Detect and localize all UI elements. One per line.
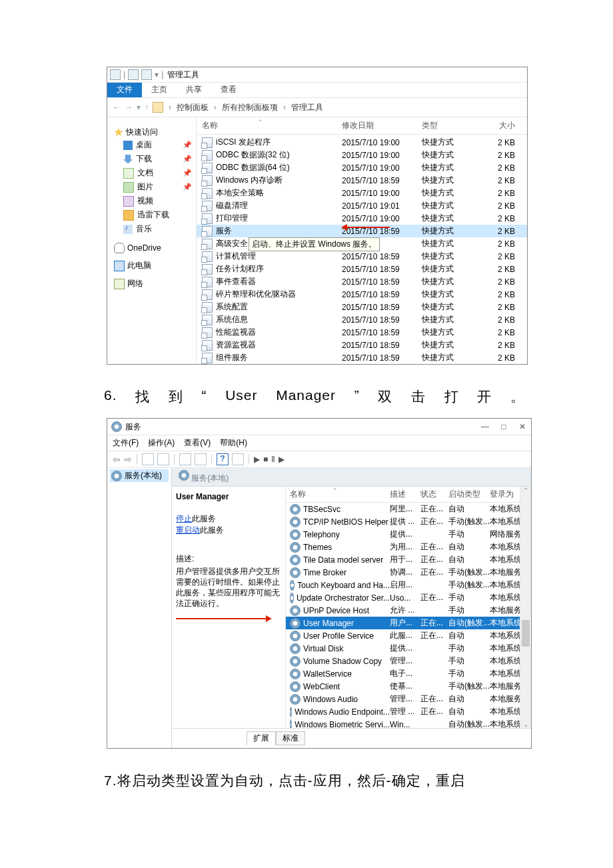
scroll-thumb[interactable] <box>522 620 530 647</box>
file-row[interactable]: 本地安全策略2015/7/10 19:00快捷方式2 KB <box>197 187 527 199</box>
ribbon-tab-view[interactable]: 查看 <box>211 83 246 97</box>
sidebar-item[interactable]: 桌面📌 <box>111 138 192 152</box>
file-row[interactable]: Windows 内存诊断2015/7/10 18:59快捷方式2 KB <box>197 174 527 187</box>
file-row[interactable]: 系统配置2015/7/10 18:59快捷方式2 KB <box>197 301 527 313</box>
help-icon[interactable]: ? <box>217 453 229 465</box>
service-row[interactable]: Update Orchestrator Ser...Uso...正在...手动本… <box>286 591 531 604</box>
service-row[interactable]: Touch Keyboard and Ha...启用...手动(触发...本地系… <box>286 579 531 591</box>
stop-icon[interactable]: ■ <box>263 455 268 464</box>
file-row[interactable]: 计算机管理2015/7/10 18:59快捷方式2 KB <box>197 250 527 263</box>
stop-service-link[interactable]: 停止 <box>176 514 192 523</box>
service-row[interactable]: Tile Data model server用于...正在...自动本地系统 <box>286 553 531 566</box>
toolbar-icon[interactable] <box>232 453 244 465</box>
sidebar-network[interactable]: 网络 <box>114 278 192 289</box>
nav-up-icon[interactable]: ↑ <box>145 103 149 112</box>
service-row[interactable]: Themes为用...正在...自动本地系统 <box>286 541 531 553</box>
nav-forward-icon[interactable]: → <box>125 103 133 112</box>
service-row[interactable]: WebClient使基...手动(触发...本地服务 <box>286 680 531 693</box>
file-row[interactable]: 系统信息2015/7/10 18:59快捷方式2 KB <box>197 313 527 326</box>
restart-service-link[interactable]: 重启动 <box>176 525 200 535</box>
service-row[interactable]: User Profile Service此服...正在...自动本地系统 <box>286 629 531 642</box>
menu-item[interactable]: 操作(A) <box>148 437 175 449</box>
col-name[interactable]: 名称⌃ <box>197 120 342 131</box>
sidebar-item[interactable]: 文档📌 <box>111 166 192 180</box>
scroll-down-icon[interactable]: ⌄ <box>523 721 528 728</box>
toolbar-icon[interactable] <box>179 453 191 465</box>
service-row[interactable]: TBSecSvc阿里...正在...自动本地系统 <box>286 503 531 515</box>
breadcrumb-item[interactable]: 控制面板 <box>177 102 209 113</box>
qat-icon[interactable] <box>128 69 139 80</box>
sidebar-quick-access[interactable]: 快速访问 <box>114 127 192 138</box>
menu-item[interactable]: 文件(F) <box>113 437 139 449</box>
service-row[interactable]: User Manager用户...正在...自动(触发...本地系统 <box>286 617 531 629</box>
toolbar-icon[interactable] <box>157 453 169 465</box>
scrollbar[interactable]: ⌃ ⌄ <box>520 487 531 728</box>
toolbar-icon[interactable] <box>142 453 154 465</box>
toolbar-icon[interactable] <box>195 453 207 465</box>
sidebar-item[interactable]: 音乐 <box>111 222 192 236</box>
service-row[interactable]: Windows Audio管理...正在...自动本地服务 <box>286 693 531 705</box>
sidebar-onedrive[interactable]: OneDrive <box>114 243 192 253</box>
service-row[interactable]: UPnP Device Host允许 ...手动本地服务 <box>286 604 531 617</box>
close-button[interactable]: ✕ <box>518 422 527 431</box>
col-type[interactable]: 类型 <box>422 120 475 131</box>
ribbon-tab-file[interactable]: 文件 <box>107 83 142 97</box>
sidebar-this-pc[interactable]: 此电脑 <box>114 260 192 271</box>
nav-recent-icon[interactable]: ▾ <box>137 103 141 112</box>
menu-item[interactable]: 查看(V) <box>184 437 211 449</box>
pause-icon[interactable]: Ⅱ <box>271 455 275 464</box>
qat-icon[interactable] <box>141 69 152 80</box>
ribbon-tab-share[interactable]: 共享 <box>177 83 211 97</box>
file-row[interactable]: ODBC 数据源(32 位)2015/7/10 19:00快捷方式2 KB <box>197 149 527 161</box>
breadcrumb-item[interactable]: 所有控制面板项 <box>222 102 278 113</box>
service-row[interactable]: Volume Shadow Copy管理...手动本地系统 <box>286 655 531 667</box>
service-row[interactable]: Windows Audio Endpoint...管理 ...正在...自动本地… <box>286 705 531 718</box>
file-row[interactable]: 碎片整理和优化驱动器2015/7/10 18:59快捷方式2 KB <box>197 288 527 301</box>
col-status[interactable]: 状态 <box>420 489 448 500</box>
service-row[interactable]: WalletService电子...手动本地系统 <box>286 667 531 680</box>
file-row[interactable]: 高级安全 Win启动、终止并设置 Windows 服务。/10 19:00快捷方… <box>197 237 527 250</box>
file-row[interactable]: 事件查看器2015/7/10 18:59快捷方式2 KB <box>197 275 527 288</box>
restart-icon[interactable]: ▶ <box>279 455 285 464</box>
file-row[interactable]: iSCSI 发起程序2015/7/10 19:00快捷方式2 KB <box>197 136 527 149</box>
file-row[interactable]: 资源监视器2015/7/10 18:59快捷方式2 KB <box>197 339 527 351</box>
file-row[interactable]: 服务2015/7/10 18:59快捷方式2 KB <box>197 225 527 237</box>
nav-back-icon[interactable]: ← <box>113 103 121 112</box>
tab-standard[interactable]: 标准 <box>276 731 305 745</box>
service-row[interactable]: Virtual Disk提供...手动本地系统 <box>286 642 531 655</box>
file-size: 2 KB <box>475 239 527 249</box>
file-row[interactable]: 组件服务2015/7/10 18:59快捷方式2 KB <box>197 351 527 364</box>
file-type: 快捷方式 <box>422 289 475 300</box>
sidebar-item[interactable]: 图片📌 <box>111 180 192 194</box>
service-row[interactable]: TCP/IP NetBIOS Helper提供 ...正在...手动(触发...… <box>286 515 531 528</box>
file-row[interactable]: 磁盘清理2015/7/10 19:01快捷方式2 KB <box>197 199 527 212</box>
maximize-button[interactable]: □ <box>499 422 508 431</box>
col-size[interactable]: 大小 <box>475 120 527 131</box>
ribbon-tab-home[interactable]: 主页 <box>142 83 177 97</box>
nav-forward-icon[interactable]: ⇨ <box>124 454 132 465</box>
file-row[interactable]: 任务计划程序2015/7/10 18:59快捷方式2 KB <box>197 263 527 275</box>
menu-item[interactable]: 帮助(H) <box>220 437 247 449</box>
scroll-up-icon[interactable]: ⌃ <box>523 487 528 494</box>
file-row[interactable]: ODBC 数据源(64 位)2015/7/10 19:00快捷方式2 KB <box>197 161 527 174</box>
col-name[interactable]: 名称⌃ <box>286 489 390 500</box>
qat-icon[interactable] <box>110 69 121 80</box>
play-icon[interactable]: ▶ <box>254 455 260 464</box>
service-row[interactable]: Telephony提供...手动网络服务 <box>286 528 531 541</box>
service-row[interactable]: Time Broker协调...正在...手动(触发...本地服务 <box>286 566 531 579</box>
minimize-button[interactable]: — <box>480 422 490 431</box>
nav-back-icon[interactable]: ⇦ <box>113 454 121 465</box>
sidebar-item[interactable]: 迅雷下载 <box>111 208 192 222</box>
service-row[interactable]: Windows Biometric Servi...Win...自动(触发...… <box>286 718 531 728</box>
sidebar-item[interactable]: 下载📌 <box>111 152 192 166</box>
tree-item-services-local[interactable]: 服务(本地) <box>110 469 169 482</box>
file-row[interactable]: 性能监视器2015/7/10 18:59快捷方式2 KB <box>197 326 527 339</box>
qat-dropdown-icon[interactable]: ▾ <box>155 70 159 79</box>
col-date[interactable]: 修改日期 <box>342 120 422 131</box>
tab-extended[interactable]: 扩展 <box>247 731 276 745</box>
col-startup[interactable]: 启动类型 <box>448 489 490 500</box>
file-row[interactable]: 打印管理2015/7/10 19:00快捷方式2 KB <box>197 212 527 225</box>
col-desc[interactable]: 描述 <box>390 489 420 500</box>
sidebar-item[interactable]: 视频 <box>111 194 192 208</box>
breadcrumb-item[interactable]: 管理工具 <box>291 102 323 113</box>
